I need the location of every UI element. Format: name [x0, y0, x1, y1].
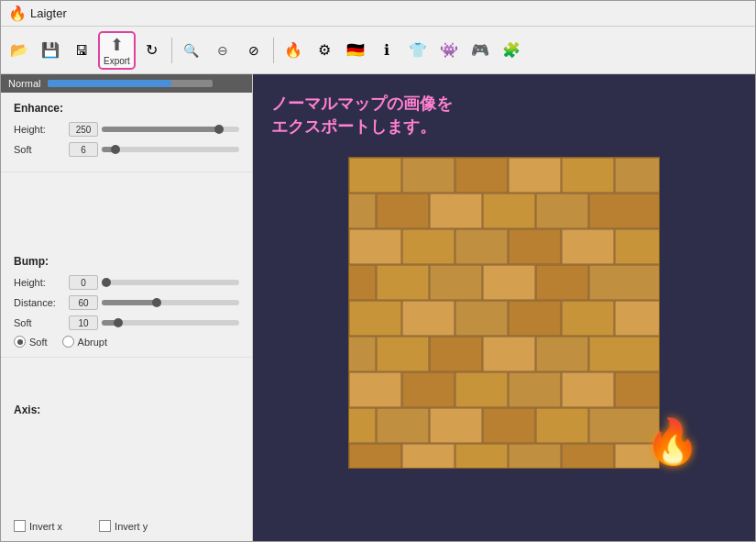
flag-button[interactable]: 🇩🇪 [341, 36, 370, 65]
export-upload-icon: ⬆ [110, 35, 124, 55]
zoom-in-icon: 🔍 [183, 43, 199, 58]
refresh-icon: ↻ [146, 41, 158, 59]
svg-rect-34 [536, 337, 588, 371]
svg-rect-21 [483, 265, 535, 300]
radio-abrupt[interactable]: Abrupt [62, 336, 107, 348]
svg-rect-46 [536, 408, 588, 443]
clothes-icon: 👕 [409, 41, 427, 59]
bump-distance-label: Distance: [14, 297, 69, 308]
progress-bar-container [48, 80, 213, 87]
app-window: 🔥 Laigter 📂 💾 🖫 ⬆ Export ↻ 🔍 [0, 0, 756, 542]
svg-rect-23 [589, 265, 659, 300]
svg-rect-44 [430, 408, 482, 443]
title-bar: 🔥 Laigter [1, 1, 755, 27]
invert-x-checkbox[interactable] [14, 520, 26, 532]
radio-soft[interactable]: Soft [14, 336, 48, 348]
bump-distance-slider[interactable] [102, 300, 239, 305]
svg-rect-9 [483, 194, 535, 228]
bump-soft-slider[interactable] [102, 320, 239, 326]
svg-rect-25 [402, 301, 455, 336]
svg-rect-51 [509, 444, 561, 468]
sidebar: Normal Enhance: Height: 250 [1, 74, 253, 541]
zoom-out-button[interactable]: ⊖ [208, 36, 237, 65]
bump-soft-thumb[interactable] [114, 318, 123, 327]
svg-rect-37 [402, 372, 455, 407]
axis-title: Axis: [14, 404, 239, 416]
bump-distance-row: Distance: 60 [14, 295, 239, 310]
enhance-height-slider[interactable] [102, 127, 239, 132]
export-button[interactable]: ⬆ Export [98, 31, 136, 70]
zoom-reset-button[interactable]: ⊘ [239, 36, 268, 65]
svg-rect-10 [536, 194, 588, 228]
svg-rect-49 [402, 444, 455, 468]
invert-y-label: Invert y [115, 521, 148, 532]
save-icon: 💾 [41, 41, 60, 59]
enhance-height-value: 250 [69, 122, 98, 137]
bump-distance-thumb[interactable] [152, 298, 161, 307]
svg-rect-7 [377, 194, 429, 228]
saveas-button[interactable]: 🖫 [67, 36, 96, 65]
save-button[interactable]: 💾 [36, 36, 65, 65]
radio-soft-label: Soft [29, 337, 48, 348]
axis-spacer [1, 433, 252, 511]
sprite2-button[interactable]: 🎮 [466, 36, 495, 65]
flag-icon: 🇩🇪 [346, 41, 365, 59]
enhance-title: Enhance: [14, 102, 239, 115]
svg-rect-0 [349, 158, 401, 193]
svg-rect-26 [455, 301, 508, 336]
enhance-height-label: Height: [14, 124, 69, 135]
svg-rect-6 [349, 194, 376, 228]
svg-rect-40 [562, 372, 614, 407]
svg-rect-4 [562, 158, 614, 193]
bump-height-slider[interactable] [102, 280, 239, 285]
main-content: Normal Enhance: Height: 250 [1, 74, 755, 541]
bump-spacer [1, 358, 252, 394]
radio-soft-circle [14, 336, 26, 348]
svg-rect-45 [483, 408, 535, 443]
enhance-soft-slider[interactable] [102, 147, 239, 152]
enhance-soft-label: Soft [14, 144, 69, 155]
svg-rect-33 [483, 337, 535, 371]
svg-rect-13 [402, 229, 455, 264]
invert-y-checkbox[interactable] [99, 520, 111, 532]
svg-rect-12 [349, 229, 401, 264]
svg-rect-48 [349, 444, 401, 468]
settings-button[interactable]: ⚙ [310, 36, 339, 65]
refresh-button[interactable]: ↻ [137, 36, 167, 65]
zoom-in-button[interactable]: 🔍 [177, 36, 206, 65]
svg-rect-15 [509, 229, 561, 264]
svg-rect-22 [536, 265, 588, 300]
sprite1-icon: 👾 [440, 41, 458, 59]
svg-rect-50 [455, 444, 508, 468]
svg-rect-27 [509, 301, 561, 336]
svg-rect-32 [430, 337, 482, 371]
open-button[interactable]: 📂 [5, 36, 34, 65]
enhance-soft-row: Soft 6 [14, 142, 239, 157]
light-button[interactable]: 🔥 [279, 36, 308, 65]
sprite1-button[interactable]: 👾 [434, 36, 464, 65]
canvas-tooltip: ノーマルマップの画像をエクスポートします。 [271, 93, 737, 138]
enhance-height-thumb[interactable] [214, 125, 224, 134]
svg-rect-52 [562, 444, 614, 468]
svg-rect-24 [349, 301, 401, 336]
svg-rect-28 [562, 301, 614, 336]
settings-icon: ⚙ [318, 41, 331, 59]
svg-rect-38 [455, 372, 508, 407]
sprite3-button[interactable]: 🧩 [497, 36, 526, 65]
toolbar-separator [171, 38, 172, 63]
clothes-button[interactable]: 👕 [403, 36, 433, 65]
zoom-reset-icon: ⊘ [248, 43, 259, 58]
invert-y-row[interactable]: Invert y [99, 520, 148, 532]
enhance-soft-thumb[interactable] [111, 145, 120, 154]
info-button[interactable]: ℹ [372, 36, 401, 65]
svg-rect-2 [455, 158, 508, 193]
toolbar: 📂 💾 🖫 ⬆ Export ↻ 🔍 ⊖ ⊘ [1, 27, 755, 74]
canvas-image[interactable] [348, 157, 660, 469]
svg-rect-39 [509, 372, 561, 407]
enhance-height-row: Height: 250 [14, 122, 239, 137]
sprite3-icon: 🧩 [502, 41, 520, 59]
svg-rect-17 [615, 229, 659, 264]
zoom-out-icon: ⊖ [217, 43, 228, 58]
invert-x-row[interactable]: Invert x [14, 520, 62, 532]
bump-height-thumb[interactable] [102, 278, 111, 287]
